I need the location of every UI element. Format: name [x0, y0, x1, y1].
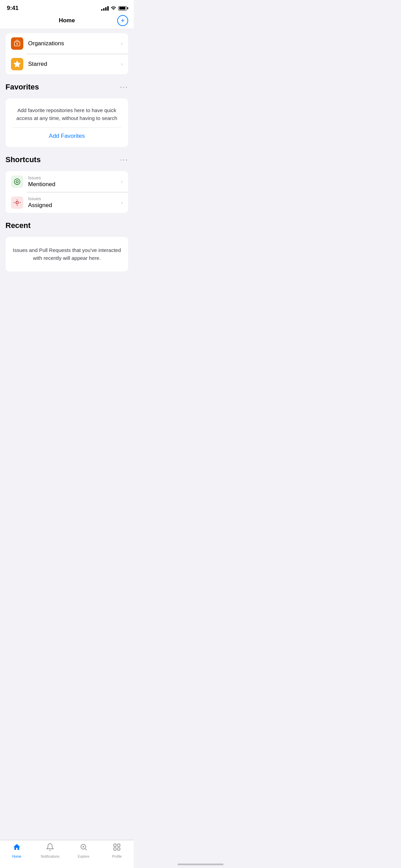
organizations-chevron: ›: [121, 40, 123, 47]
add-favorites-button[interactable]: Add Favorites: [12, 128, 121, 144]
shortcuts-section-header: Shortcuts ···: [0, 147, 134, 171]
assigned-issues-title: Assigned: [28, 202, 121, 209]
page-title: Home: [59, 17, 75, 24]
mentioned-issues-label: Issues: [28, 175, 121, 180]
recent-section-header: Recent: [0, 213, 134, 237]
favorites-card: Add favorite repositories here to have q…: [5, 98, 128, 147]
signal-icon: [101, 6, 109, 11]
starred-label: Starred: [28, 61, 121, 68]
mentioned-chevron: ›: [121, 179, 123, 185]
assigned-chevron: ›: [121, 200, 123, 206]
issues-assigned-icon: [11, 196, 23, 209]
svg-point-2: [14, 179, 20, 184]
status-time: 9:41: [7, 5, 19, 12]
organizations-item[interactable]: Organizations ›: [5, 33, 128, 54]
assigned-issues-label: Issues: [28, 196, 121, 201]
mentioned-issues-title: Mentioned: [28, 181, 121, 188]
issues-mentioned-icon: [11, 176, 23, 188]
favorites-description: Add favorite repositories here to have q…: [12, 107, 121, 122]
shortcuts-title: Shortcuts: [5, 155, 41, 164]
shortcut-item-mentioned[interactable]: Issues Mentioned ›: [5, 171, 128, 192]
shortcuts-more-button[interactable]: ···: [120, 156, 128, 164]
wifi-icon: [111, 5, 116, 11]
recent-card: Issues and Pull Requests that you've int…: [5, 237, 128, 272]
recent-description: Issues and Pull Requests that you've int…: [12, 246, 121, 262]
svg-point-3: [16, 180, 18, 182]
starred-icon: [11, 58, 23, 70]
status-bar: 9:41: [0, 0, 134, 14]
scroll-content: Organizations › Starred › Favorites ··· …: [0, 29, 134, 306]
shortcuts-card: Issues Mentioned › Issues Assigned ›: [5, 171, 128, 213]
organizations-icon: [11, 37, 23, 50]
favorites-section-header: Favorites ···: [0, 74, 134, 98]
starred-item[interactable]: Starred ›: [5, 54, 128, 74]
favorites-more-button[interactable]: ···: [120, 83, 128, 91]
shortcut-item-assigned[interactable]: Issues Assigned ›: [5, 192, 128, 213]
svg-point-1: [16, 43, 18, 45]
recent-title: Recent: [5, 221, 31, 230]
top-items-card: Organizations › Starred ›: [5, 33, 128, 74]
nav-header: Home +: [0, 14, 134, 29]
organizations-label: Organizations: [28, 40, 121, 47]
favorites-title: Favorites: [5, 83, 39, 92]
status-icons: [101, 5, 127, 11]
add-button[interactable]: +: [117, 15, 128, 26]
starred-chevron: ›: [121, 61, 123, 67]
battery-icon: [118, 6, 127, 11]
